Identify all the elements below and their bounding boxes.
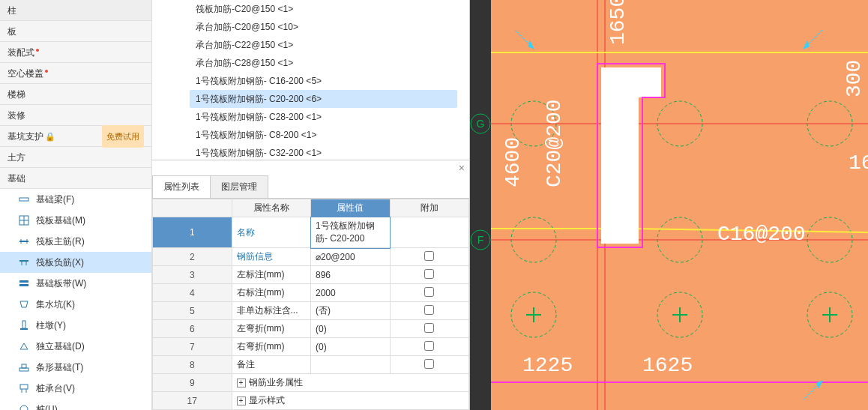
expand-icon[interactable]: +	[237, 379, 246, 388]
sidebar-item-beam[interactable]: 基础梁(F)	[0, 189, 151, 210]
dim-1225: 1225	[522, 354, 573, 377]
category-decor[interactable]: 装修	[0, 105, 151, 126]
tree-item[interactable]: 筏板加筋-C20@150 <1>	[190, 0, 457, 18]
lock-icon: 🔒	[45, 132, 55, 141]
dim-1625: 1625	[642, 354, 693, 377]
category-earth[interactable]: 土方	[0, 147, 151, 168]
property-header-name: 属性名称	[232, 199, 311, 217]
expand-icon[interactable]: +	[237, 397, 246, 406]
category-prefab[interactable]: 装配式	[0, 42, 151, 63]
sidebar-item-label: 基础板带(W)	[36, 277, 86, 290]
property-name: 钢筋信息	[232, 248, 311, 266]
iso-icon	[18, 340, 30, 352]
category-stair[interactable]: 楼梯	[0, 84, 151, 105]
sidebar-item-strip[interactable]: 基础板带(W)	[0, 273, 151, 294]
property-value[interactable]: ⌀20@200	[311, 248, 391, 266]
property-value[interactable]: 2000	[311, 284, 391, 302]
property-row[interactable]: 3左标注(mm)896	[153, 266, 469, 284]
property-header-attach: 附加	[390, 199, 469, 217]
tab-layers[interactable]: 图层管理	[210, 175, 268, 198]
cont-icon	[18, 361, 30, 373]
sidebar-item-label: 筏板负筋(X)	[36, 256, 84, 269]
sidebar-item-cont[interactable]: 条形基础(T)	[0, 357, 151, 378]
pier-icon	[18, 319, 30, 331]
property-panel: × 属性列表 图层管理 属性名称 属性值 附加 1名称1号筏板附加钢筋- C20…	[152, 160, 469, 410]
tree-item[interactable]: 承台加筋-C28@150 <1>	[190, 54, 457, 72]
property-row[interactable]: 2钢筋信息⌀20@200	[153, 248, 469, 266]
property-row[interactable]: 6左弯折(mm)(0)	[153, 320, 469, 338]
category-hollow[interactable]: 空心楼盖	[0, 63, 151, 84]
attach-checkbox[interactable]	[424, 287, 434, 297]
svg-rect-16	[20, 385, 28, 389]
property-name: 名称	[232, 217, 311, 248]
tree-item[interactable]: 1号筏板附加钢筋- C8-200 <1>	[190, 126, 457, 144]
property-row[interactable]: 4右标注(mm)2000	[153, 284, 469, 302]
dim-16: 16	[849, 151, 868, 175]
property-table: 属性名称 属性值 附加 1名称1号筏板附加钢筋- C20-2002钢筋信息⌀20…	[152, 199, 469, 410]
category-pit[interactable]: 基坑支护🔒 免费试用	[0, 126, 151, 147]
sidebar-item-label: 筏板主筋(R)	[36, 235, 85, 248]
rebar-main-icon	[18, 235, 30, 247]
svg-rect-15	[22, 364, 26, 368]
attach-checkbox[interactable]	[424, 269, 434, 279]
tree-item[interactable]: 承台加筋-C20@150 <10>	[190, 18, 457, 36]
tree-item[interactable]: 1号筏板附加钢筋- C20-200 <6>	[190, 90, 457, 108]
property-row[interactable]: 5非单边标注含...(否)	[153, 302, 469, 320]
foundation-sublist: 基础梁(F)筏板基础(M)筏板主筋(R)筏板负筋(X)基础板带(W)集水坑(K)…	[0, 189, 151, 410]
property-header-blank	[153, 199, 232, 217]
property-row[interactable]: 17+显示样式	[153, 392, 469, 410]
svg-rect-12	[22, 321, 25, 328]
sidebar-item-grid[interactable]: 筏板基础(M)	[0, 210, 151, 231]
attach-checkbox[interactable]	[424, 359, 434, 369]
category-pillar[interactable]: 柱	[0, 0, 151, 21]
sidebar-item-pile[interactable]: 桩(U)	[0, 399, 151, 410]
dim-c20-200: C20@200	[543, 99, 566, 187]
svg-rect-41	[601, 67, 661, 97]
sidebar-item-label: 桩承台(V)	[36, 382, 75, 395]
property-value[interactable]: (0)	[311, 338, 391, 356]
property-close-icon[interactable]: ×	[152, 160, 469, 175]
svg-rect-14	[19, 368, 28, 371]
attach-checkbox[interactable]	[424, 251, 434, 261]
sidebar-item-rebar-neg[interactable]: 筏板负筋(X)	[0, 252, 151, 273]
sidebar-item-cap[interactable]: 桩承台(V)	[0, 378, 151, 399]
cap-icon	[18, 382, 30, 394]
property-name: 左弯折(mm)	[232, 320, 311, 338]
sidebar-item-label: 柱墩(Y)	[36, 319, 66, 332]
sidebar-item-label: 桩(U)	[36, 403, 58, 411]
drawing-canvas[interactable]: G F	[470, 0, 868, 410]
tree-item[interactable]: 1号筏板附加钢筋- C16-200 <5>	[190, 72, 457, 90]
sidebar-item-rebar-main[interactable]: 筏板主筋(R)	[0, 231, 151, 252]
property-row[interactable]: 7右弯折(mm)(0)	[153, 338, 469, 356]
attach-checkbox[interactable]	[424, 305, 434, 315]
sump-icon	[18, 298, 30, 310]
category-slab[interactable]: 板	[0, 21, 151, 42]
sidebar-item-pier[interactable]: 柱墩(Y)	[0, 315, 151, 336]
tree-item[interactable]: 1号筏板附加钢筋- C28-200 <1>	[190, 108, 457, 126]
property-value[interactable]: 896	[311, 266, 391, 284]
property-value[interactable]: (0)	[311, 320, 391, 338]
dim-4600: 4600	[501, 137, 525, 187]
property-row[interactable]: 8备注	[153, 356, 469, 374]
attach-checkbox[interactable]	[424, 323, 434, 333]
tab-properties[interactable]: 属性列表	[152, 175, 211, 198]
tree-item[interactable]: 承台加筋-C22@150 <1>	[190, 36, 457, 54]
property-value[interactable]: 1号筏板附加钢筋- C20-200	[311, 217, 391, 248]
dim-2950: 2950	[614, 152, 637, 202]
sidebar-item-label: 筏板基础(M)	[36, 214, 85, 227]
property-value[interactable]: (否)	[311, 302, 391, 320]
property-row[interactable]: 1名称1号筏板附加钢筋- C20-200	[153, 217, 469, 248]
sidebar-item-iso[interactable]: 独立基础(D)	[0, 336, 151, 357]
middle-panel: 筏板加筋-C20@150 <1>承台加筋-C20@150 <10>承台加筋-C2…	[152, 0, 470, 410]
sidebar-item-sump[interactable]: 集水坑(K)	[0, 294, 151, 315]
property-value[interactable]	[311, 356, 391, 374]
property-row[interactable]: 9+钢筋业务属性	[153, 374, 469, 392]
svg-rect-11	[19, 284, 28, 286]
tree-item[interactable]: 1号筏板附加钢筋- C32-200 <1>	[190, 144, 457, 160]
dim-300: 300	[843, 60, 866, 97]
category-foundation[interactable]: 基础	[0, 168, 151, 189]
sidebar-item-label: 集水坑(K)	[36, 298, 75, 311]
strip-icon	[18, 277, 30, 289]
attach-checkbox[interactable]	[424, 341, 434, 351]
property-table-body: 1名称1号筏板附加钢筋- C20-2002钢筋信息⌀20@2003左标注(mm)…	[153, 217, 469, 410]
